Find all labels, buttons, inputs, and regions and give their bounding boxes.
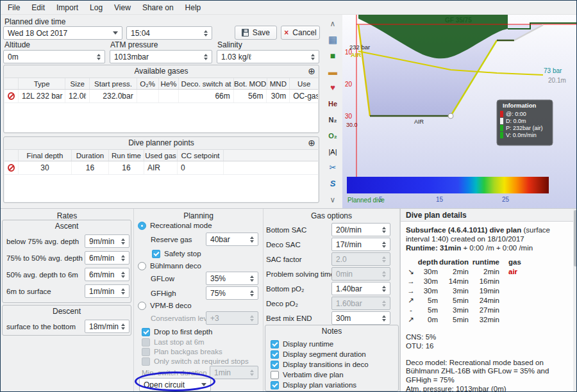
- sac-factor-input[interactable]: 2.0: [331, 252, 390, 266]
- unscramble-icon[interactable]: S: [325, 176, 340, 191]
- spinner-arrows-icon[interactable]: [119, 323, 128, 330]
- gas-deco-switch[interactable]: 66m: [179, 90, 233, 102]
- checkbox-icon[interactable]: [142, 357, 150, 366]
- spinner-arrows-icon[interactable]: [380, 256, 389, 263]
- col-run-time[interactable]: Run time: [109, 150, 144, 161]
- planner-point-row[interactable]: 30 16 16 AIR 0: [4, 161, 318, 175]
- point-duration[interactable]: 16: [72, 161, 109, 174]
- gas-type[interactable]: 12L 232 bar: [19, 90, 66, 102]
- gfhigh-input[interactable]: 75%: [206, 286, 258, 300]
- buhlmann-deco-radio[interactable]: Bühlmann deco: [138, 261, 201, 271]
- tissues-icon[interactable]: |A|: [325, 144, 340, 159]
- scroll-up-icon[interactable]: ∧: [325, 16, 340, 31]
- circuit-mode-select[interactable]: Open circuit: [139, 378, 211, 391]
- menu-help[interactable]: Help: [180, 1, 207, 14]
- display-transitions-checkbox[interactable]: Display transitions in deco: [271, 359, 369, 370]
- radio-icon[interactable]: [138, 302, 146, 310]
- checkbox-icon[interactable]: [271, 381, 279, 389]
- menu-share-on[interactable]: Share on: [137, 1, 180, 14]
- point-run-time[interactable]: 16: [109, 161, 144, 174]
- point-cc-setpoint[interactable]: 0: [178, 161, 224, 174]
- col-mnd[interactable]: MND: [267, 78, 290, 89]
- spinner-arrows-icon[interactable]: [380, 300, 389, 307]
- recreational-mode-radio[interactable]: Recreational mode: [138, 220, 212, 231]
- ascent-rate-1-input[interactable]: 9m/min: [85, 234, 130, 248]
- col-deco-switch[interactable]: Deco. switch at: [179, 78, 233, 89]
- checkbox-icon[interactable]: [271, 340, 279, 348]
- chevron-down-icon[interactable]: [110, 31, 121, 35]
- waypoint-handle[interactable]: [448, 113, 453, 118]
- col-cc-setpoint[interactable]: CC setpoint: [178, 150, 224, 161]
- add-gas-button[interactable]: ⊕: [308, 66, 315, 76]
- gas-he[interactable]: [159, 90, 180, 102]
- col-duration[interactable]: Duration: [72, 150, 109, 161]
- spinner-arrows-icon[interactable]: [308, 54, 317, 60]
- delete-point-icon[interactable]: [8, 164, 15, 172]
- spinner-arrows-icon[interactable]: [119, 238, 128, 245]
- details-scrollbar[interactable]: [573, 209, 577, 392]
- radio-icon[interactable]: [138, 222, 146, 230]
- dive-time-input[interactable]: 15:04: [126, 26, 212, 40]
- gas-size[interactable]: 12.0ℓ: [65, 90, 90, 102]
- ceiling-icon[interactable]: ■: [325, 48, 340, 63]
- display-segment-duration-checkbox[interactable]: Display segment duration: [271, 349, 366, 359]
- checkbox-icon[interactable]: [271, 361, 279, 369]
- point-final-depth[interactable]: 30: [19, 161, 72, 174]
- spinner-arrows-icon[interactable]: [247, 236, 256, 243]
- menu-log[interactable]: Log: [84, 1, 108, 14]
- spinner-arrows-icon[interactable]: [119, 255, 128, 261]
- scrollbar-handle[interactable]: [574, 210, 577, 266]
- col-size[interactable]: Size: [65, 78, 90, 89]
- spinner-arrows-icon[interactable]: [247, 275, 256, 282]
- altitude-input[interactable]: 0m: [3, 50, 105, 63]
- gas-row[interactable]: 12L 232 bar 12.0ℓ 232.0bar 66m 56m 30m O…: [4, 90, 318, 103]
- spinner-arrows-icon[interactable]: [247, 315, 256, 322]
- deco-sac-input[interactable]: 17ℓ/min: [331, 238, 390, 251]
- conservatism-input[interactable]: +3: [206, 311, 258, 325]
- col-type[interactable]: Type: [19, 78, 66, 89]
- checkbox-icon[interactable]: [152, 250, 160, 258]
- reserve-gas-input[interactable]: 40bar: [206, 233, 258, 246]
- checkbox-icon[interactable]: [142, 338, 150, 347]
- col-o2[interactable]: O₂%: [137, 78, 159, 89]
- last-stop-6m-checkbox[interactable]: Last stop at 6m: [142, 337, 205, 347]
- col-final-depth[interactable]: Final depth: [19, 150, 72, 161]
- ascent-rate-3-input[interactable]: 6m/min: [85, 268, 130, 281]
- spinner-arrows-icon[interactable]: [380, 241, 389, 248]
- gflow-input[interactable]: 35%: [206, 272, 258, 285]
- checkbox-icon[interactable]: [271, 371, 279, 379]
- display-runtime-checkbox[interactable]: Display runtime: [271, 339, 333, 349]
- spinner-arrows-icon[interactable]: [380, 227, 389, 233]
- descent-rate-input[interactable]: 18m/min: [85, 320, 130, 333]
- menu-file[interactable]: File: [2, 1, 26, 14]
- spinner-arrows-icon[interactable]: [119, 272, 128, 278]
- safety-stop-checkbox[interactable]: Safety stop: [152, 249, 201, 259]
- spinner-arrows-icon[interactable]: [380, 315, 389, 322]
- radio-icon[interactable]: [138, 262, 146, 270]
- delete-gas-icon[interactable]: [8, 92, 15, 100]
- dive-date-select[interactable]: Wed 18 Oct 2017: [3, 26, 122, 40]
- pp-nitrogen-icon[interactable]: N₂: [325, 112, 340, 127]
- min-switch-duration-input[interactable]: 1min: [210, 366, 258, 379]
- col-he[interactable]: He%: [159, 78, 180, 89]
- verbatim-dive-plan-checkbox[interactable]: Verbatim dive plan: [271, 370, 344, 380]
- atm-pressure-input[interactable]: 1013mbar: [110, 50, 212, 63]
- point-used-gas[interactable]: AIR: [144, 161, 178, 174]
- best-mix-end-input[interactable]: 30m: [331, 311, 390, 325]
- dive-profile-chart[interactable]: GF 35/75 232 bar AIR 10 20 30 30.0 AIR 7…: [342, 15, 577, 209]
- menu-view[interactable]: View: [108, 1, 137, 14]
- pp-oxygen-icon[interactable]: O₂: [325, 128, 340, 143]
- menu-import[interactable]: Import: [51, 1, 84, 14]
- pp-helium-icon[interactable]: He: [325, 96, 340, 111]
- cancel-button[interactable]: × Cancel: [281, 26, 320, 40]
- menu-edit[interactable]: Edit: [26, 1, 51, 14]
- deco-po2-input[interactable]: 1.60bar: [331, 297, 390, 310]
- gas-mnd[interactable]: 30m: [267, 90, 290, 102]
- gas-o2[interactable]: [137, 90, 159, 102]
- drop-to-first-depth-checkbox[interactable]: Drop to first depth: [142, 327, 212, 337]
- gas-use[interactable]: OC-gas: [290, 90, 318, 102]
- problem-solving-time-input[interactable]: 0min: [331, 267, 390, 281]
- vpmb-deco-radio[interactable]: VPM-B deco: [138, 300, 192, 311]
- checkbox-icon[interactable]: [271, 350, 279, 359]
- spinner-arrows-icon[interactable]: [201, 30, 210, 37]
